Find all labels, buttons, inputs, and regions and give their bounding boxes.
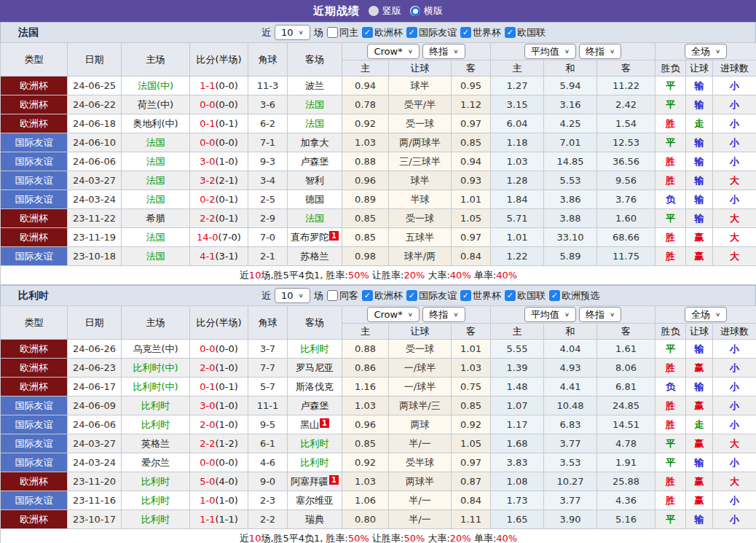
match-row: 国际友谊 24-03-27 英格兰 2-2(1-2) 6-1 比利时 0.85 … — [1, 434, 756, 453]
odds-stage-select[interactable]: 终指∨ — [422, 307, 465, 322]
date-cell: 23-11-20 — [68, 472, 122, 491]
same-venue-filter[interactable]: 同主 — [327, 26, 358, 39]
avg-draw-cell: 4.04 — [544, 340, 597, 359]
avg-type-select[interactable]: 平均值∨ — [524, 307, 576, 322]
sub-column-header: 客 — [597, 324, 655, 340]
team-name: 法国 — [146, 194, 165, 205]
odds-company-select[interactable]: Crow*∨ — [367, 307, 420, 322]
score-cell: 14-0(7-0) — [190, 228, 248, 247]
odds-home-cell: 0.96 — [342, 171, 389, 190]
games-label: 场 — [314, 289, 323, 302]
scope-select[interactable]: 全场∨ — [685, 307, 727, 322]
layout-radio-vertical-label: 竖版 — [382, 4, 401, 17]
odds-handicap-cell: 半球 — [389, 190, 452, 209]
league-filter-欧洲杯[interactable]: 欧洲杯 — [362, 289, 403, 302]
avg-stage-select[interactable]: 终指∨ — [579, 307, 621, 322]
checkbox-unchecked-icon[interactable] — [327, 290, 338, 301]
checkbox-checked-icon[interactable] — [406, 290, 417, 301]
column-header: 客场 — [288, 43, 342, 77]
recent-count-select[interactable]: 10∨ — [275, 25, 310, 40]
match-row: 欧洲杯 24-06-25 法国(中) 1-1(0-0) 11-3 波兰 0.94… — [1, 77, 756, 95]
team-name: 加拿大 — [301, 137, 329, 148]
avg-away-cell: 8.06 — [597, 359, 655, 378]
radio-checked-icon[interactable] — [410, 6, 420, 16]
result-handicap-cell: 输 — [686, 133, 713, 152]
league-filter-欧国联[interactable]: 欧国联 — [505, 289, 546, 302]
page-title: 近期战绩 — [313, 4, 360, 18]
summary-segment: 大率: — [425, 270, 450, 281]
column-header: 比分(半场) — [190, 43, 248, 77]
match-type-cell: 欧洲杯 — [1, 510, 68, 529]
avg-away-cell: 11.75 — [597, 247, 655, 266]
summary-segment: 50% — [403, 533, 425, 543]
checkbox-checked-icon[interactable] — [362, 290, 373, 301]
match-type-cell: 欧洲杯 — [1, 114, 68, 133]
scope-select[interactable]: 全场∨ — [685, 44, 727, 59]
league-filter-欧洲杯[interactable]: 欧洲杯 — [362, 26, 403, 39]
scope-group: 全场∨ — [655, 306, 756, 324]
chevron-down-icon: ∨ — [610, 310, 615, 320]
league-filter-世界杯[interactable]: 世界杯 — [460, 289, 501, 302]
radio-unchecked-icon[interactable] — [369, 6, 379, 16]
checkbox-checked-icon[interactable] — [505, 27, 516, 38]
avg-home-cell: 1.07 — [491, 396, 544, 415]
checkbox-checked-icon[interactable] — [460, 27, 471, 38]
checkbox-checked-icon[interactable] — [460, 290, 471, 301]
team-name: 比利时 — [141, 476, 170, 487]
result-wdl-cell: 平 — [655, 434, 686, 453]
result-wdl-cell: 平 — [655, 453, 686, 472]
odds-stage-select[interactable]: 终指∨ — [422, 44, 465, 59]
score-cell: 0-2(0-1) — [190, 190, 248, 209]
odds-home-cell: 0.85 — [342, 434, 389, 453]
checkbox-checked-icon[interactable] — [505, 290, 516, 301]
avg-stage-select[interactable]: 终指∨ — [579, 44, 621, 59]
corners-cell: 3-7 — [248, 340, 288, 359]
league-filter-国际友谊[interactable]: 国际友谊 — [406, 26, 457, 39]
result-wdl-cell: 胜 — [655, 359, 686, 378]
avg-home-cell: 1.08 — [491, 472, 544, 491]
odds-handicap-cell: 五球半 — [389, 228, 452, 247]
league-filter-欧洲预选[interactable]: 欧洲预选 — [549, 289, 599, 302]
checkbox-checked-icon[interactable] — [406, 27, 417, 38]
odds-company-select[interactable]: Crow*∨ — [367, 44, 420, 59]
checkbox-unchecked-icon[interactable] — [327, 27, 338, 38]
layout-radio-horizontal[interactable]: 横版 — [410, 4, 443, 17]
result-wdl-cell: 胜 — [655, 472, 686, 491]
corners-cell: 5-7 — [248, 378, 288, 396]
result-goals-cell: 大 — [713, 472, 756, 491]
layout-radio-vertical[interactable]: 竖版 — [369, 4, 401, 17]
avg-home-cell: 1.73 — [491, 491, 544, 510]
odds-home-cell: 0.80 — [342, 510, 389, 529]
match-row: 欧洲杯 23-10-17 比利时 1-1(1-1) 2-2 瑞典 0.80 半/… — [1, 510, 756, 529]
league-filter-国际友谊[interactable]: 国际友谊 — [406, 289, 457, 302]
league-filter-世界杯[interactable]: 世界杯 — [460, 26, 501, 39]
corners-cell: 9-5 — [248, 415, 288, 434]
avg-away-cell: 2.42 — [597, 95, 655, 114]
league-filter-label: 国际友谊 — [419, 289, 457, 302]
recent-count-select[interactable]: 10∨ — [275, 288, 310, 303]
avg-draw-cell: 3.88 — [544, 209, 597, 228]
checkbox-checked-icon[interactable] — [549, 290, 560, 301]
sub-column-header: 主 — [342, 324, 389, 340]
league-filter-欧国联[interactable]: 欧国联 — [505, 26, 546, 39]
avg-draw-cell: 5.53 — [544, 171, 597, 190]
avg-type-select[interactable]: 平均值∨ — [524, 44, 576, 59]
result-goals-cell: 小 — [713, 491, 756, 510]
away-team-cell: 智利 — [288, 171, 342, 190]
result-handicap-cell: 输 — [686, 152, 713, 171]
away-team-cell: 黑山1 — [288, 415, 342, 434]
home-team-cell: 比利时(中) — [122, 378, 190, 396]
odds-handicap-cell: 受一球 — [389, 340, 452, 359]
score-cell: 3-0(1-0) — [190, 152, 248, 171]
home-team-cell: 爱尔兰 — [122, 453, 190, 472]
result-wdl-cell: 平 — [655, 133, 686, 152]
summary-cell: 近10场,胜5平4负1, 胜率:50% 让胜率:50% 大率:20% 单率:40… — [1, 529, 756, 543]
same-venue-filter[interactable]: 同客 — [327, 289, 358, 302]
chevron-down-icon: ∨ — [299, 28, 304, 38]
checkbox-checked-icon[interactable] — [362, 27, 373, 38]
result-handicap-cell: 输 — [686, 510, 713, 529]
date-cell: 23-10-18 — [68, 247, 122, 266]
odds-handicap-cell: 两球 — [389, 415, 452, 434]
corners-cell: 7-0 — [248, 228, 288, 247]
summary-segment: 场,胜5平4负1, 胜率: — [261, 270, 348, 281]
